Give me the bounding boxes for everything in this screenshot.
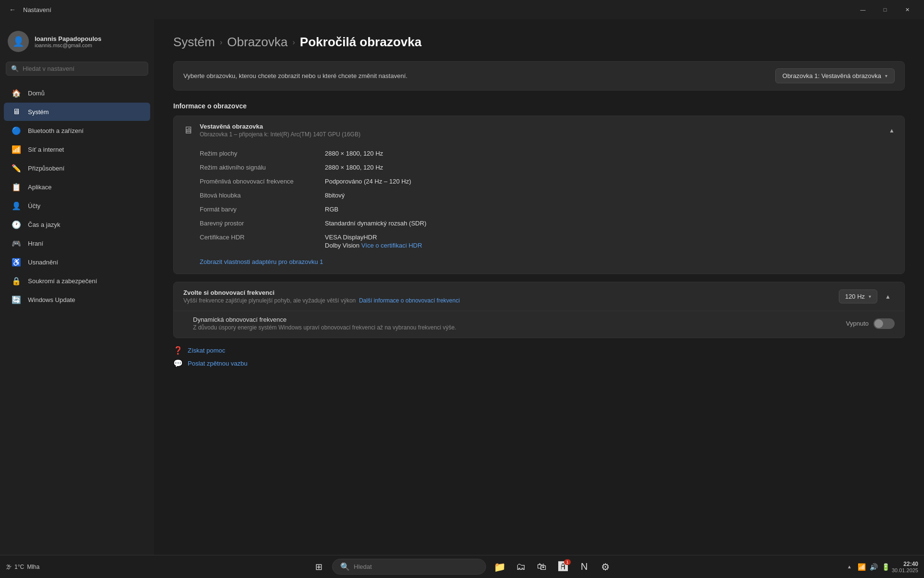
dynamic-subtitle: Z důvodu úspory energie systém Windows u… [193, 324, 840, 331]
search-taskbar-icon: 🔍 [340, 562, 350, 571]
get-help-link[interactable]: ❓ Získat pomoc [173, 346, 905, 355]
detail-label-6: Certifikace HDR [200, 234, 325, 241]
taskbar-search[interactable]: 🔍 Hledat [332, 559, 486, 575]
nav-icon-aplikace: 📋 [12, 182, 21, 192]
nav-icon-bluetooth: 🔵 [12, 126, 21, 135]
nav-label-windows-update: Windows Update [28, 296, 75, 303]
nav-icon-windows-update: 🔄 [12, 295, 21, 304]
help-links: ❓ Získat pomoc 💬 Poslat zpětnou vazbu [173, 346, 905, 368]
sidebar-item-bluetooth[interactable]: 🔵Bluetooth a zařízení [4, 121, 150, 140]
breadcrumb-obrazovka[interactable]: Obrazovka [227, 35, 288, 50]
files-icon: 🗂 [516, 561, 526, 572]
search-input[interactable] [23, 65, 143, 72]
sidebar-item-cas[interactable]: 🕐Čas a jazyk [4, 215, 150, 234]
get-help-text[interactable]: Získat pomoc [188, 347, 225, 354]
detail-value-3: 8bitový [325, 192, 345, 199]
dynamic-controls: Vypnuto [846, 318, 895, 329]
user-profile: 👤 Ioannis Papadopoulos ioannis.msc@gmail… [0, 27, 154, 62]
weather-widget[interactable]: 🌫 1°C Mlha [6, 564, 39, 570]
nav-label-domů: Domů [28, 90, 45, 97]
dynamic-refresh-toggle[interactable] [873, 318, 895, 329]
refresh-sub-text: Vyšší frekvence zajišťuje plynulejší poh… [183, 297, 356, 304]
sidebar-item-domů[interactable]: 🏠Domů [4, 84, 150, 102]
sidebar-item-usnadneni[interactable]: ♿Usnadnění [4, 253, 150, 271]
windows-logo-icon: ⊞ [315, 562, 322, 572]
feedback-link[interactable]: 💬 Poslat zpětnou vazbu [173, 359, 905, 368]
volume-icon[interactable]: 🔊 [870, 563, 878, 571]
app-body: 👤 Ioannis Papadopoulos ioannis.msc@gmail… [0, 19, 924, 555]
detail-label-3: Bitová hloubka [200, 192, 325, 199]
search-box[interactable]: 🔍 [6, 62, 148, 76]
toggle-knob [874, 319, 883, 328]
detail-rezim-plochy: Režim plochy 2880 × 1800, 120 Hz [200, 146, 895, 160]
detail-label-5: Barevný prostor [200, 220, 325, 227]
user-email: ioannis.msc@gmail.com [35, 42, 102, 48]
tray-expand-icon[interactable]: ▲ [845, 562, 854, 571]
taskbar-app-store[interactable]: 🛍 [532, 557, 552, 577]
refresh-rate-card: Zvolte si obnovovací frekvenci Vyšší fre… [173, 282, 905, 338]
battery-icon[interactable]: 🔋 [882, 563, 890, 571]
clock-time: 22:40 [892, 561, 918, 567]
sidebar-item-windows-update[interactable]: 🔄Windows Update [4, 290, 150, 309]
nav-icon-domů: 🏠 [12, 88, 21, 98]
adapter-properties-link[interactable]: Zobrazit vlastnosti adaptéru pro obrazov… [200, 255, 323, 265]
monitor-icon: 🖥 [183, 125, 193, 136]
start-button[interactable]: ⊞ [309, 557, 328, 577]
refresh-rate-dropdown[interactable]: 120 Hz ▾ [839, 289, 877, 303]
taskbar-app-files[interactable]: 🗂 [511, 557, 530, 577]
minimize-button[interactable]: — [852, 0, 874, 19]
settings-icon: ⚙ [601, 561, 610, 573]
display-name: Vestavěná obrazovka [200, 123, 882, 130]
maximize-button[interactable]: □ [874, 0, 896, 19]
collapse-icon[interactable]: ▲ [889, 127, 895, 134]
taskbar-app-app4[interactable]: 🅰1 [553, 557, 573, 577]
nav-icon-sit: 📶 [12, 144, 21, 154]
weather-icon: 🌫 [6, 564, 12, 570]
dynamic-title: Dynamická obnovovací frekvence [193, 316, 840, 323]
feedback-icon: 💬 [173, 359, 183, 368]
sidebar-item-soukromi[interactable]: 🔒Soukromí a zabezpečení [4, 272, 150, 290]
display-details: Režim plochy 2880 × 1800, 120 Hz Režim a… [174, 144, 904, 274]
hdr-link[interactable]: Více o certifikaci HDR [361, 242, 422, 249]
back-button[interactable]: ← [6, 3, 19, 16]
feedback-text[interactable]: Poslat zpětnou vazbu [188, 360, 247, 367]
user-name: Ioannis Papadopoulos [35, 35, 102, 42]
weather-temp: 1°C [14, 564, 24, 570]
display-info-card: 🖥 Vestavěná obrazovka Obrazovka 1 – přip… [173, 116, 905, 274]
sidebar-item-sit[interactable]: 📶Síť a internet [4, 140, 150, 158]
app4-badge: 1 [564, 559, 571, 565]
refresh-info-link[interactable]: Další informace o obnovovací frekvenci [359, 297, 460, 304]
nav-label-ucty: Účty [28, 202, 40, 210]
user-info: Ioannis Papadopoulos ioannis.msc@gmail.c… [35, 35, 102, 48]
window-controls: — □ ✕ [852, 0, 918, 19]
refresh-collapse-icon[interactable]: ▲ [881, 291, 895, 302]
sidebar-item-hrani[interactable]: 🎮Hraní [4, 234, 150, 252]
display-selector-dropdown[interactable]: Obrazovka 1: Vestavěná obrazovka ▾ [775, 68, 895, 83]
clock[interactable]: 22:40 30.01.2025 [892, 561, 918, 573]
network-icon[interactable]: 📶 [858, 563, 866, 571]
taskbar-app-netflix[interactable]: N [575, 557, 594, 577]
sidebar-item-prizpusobeni[interactable]: ✏️Přizpůsobení [4, 159, 150, 177]
nav-icon-hrani: 🎮 [12, 238, 21, 248]
close-button[interactable]: ✕ [896, 0, 918, 19]
taskbar-app-explorer[interactable]: 📁 [490, 557, 509, 577]
breadcrumb-systém[interactable]: Systém [173, 35, 215, 50]
detail-bitova: Bitová hloubka 8bitový [200, 188, 895, 202]
nav-label-sit: Síť a internet [28, 146, 64, 153]
taskbar-search-text: Hledat [354, 563, 372, 570]
nav-icon-cas: 🕐 [12, 220, 21, 229]
sidebar: 👤 Ioannis Papadopoulos ioannis.msc@gmail… [0, 19, 154, 555]
sidebar-item-systém[interactable]: 🖥Systém [4, 103, 150, 121]
detail-value-1: 2880 × 1800, 120 Hz [325, 164, 383, 171]
nav-icon-systém: 🖥 [12, 107, 21, 117]
clock-date: 30.01.2025 [892, 567, 918, 573]
detail-value-0: 2880 × 1800, 120 Hz [325, 150, 383, 157]
sidebar-item-ucty[interactable]: 👤Účty [4, 197, 150, 215]
dynamic-refresh-row: Dynamická obnovovací frekvence Z důvodu … [174, 311, 904, 338]
display-header[interactable]: 🖥 Vestavěná obrazovka Obrazovka 1 – přip… [174, 116, 904, 144]
sidebar-item-aplikace[interactable]: 📋Aplikace [4, 178, 150, 196]
nav-label-aplikace: Aplikace [28, 184, 51, 191]
refresh-subtitle: Vyšší frekvence zajišťuje plynulejší poh… [183, 297, 839, 304]
taskbar-app-settings[interactable]: ⚙ [596, 557, 615, 577]
window-title: Nastavení [23, 6, 51, 13]
